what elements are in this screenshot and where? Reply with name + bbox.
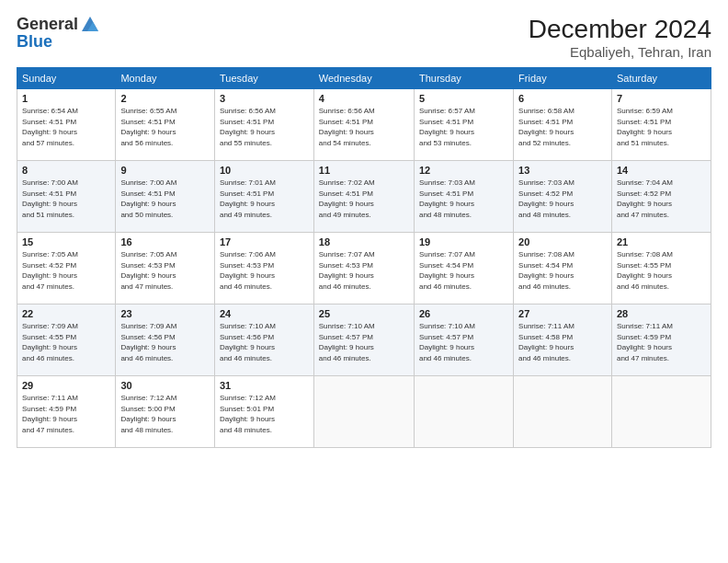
- table-row: [313, 376, 414, 448]
- table-row: 27Sunrise: 7:11 AM Sunset: 4:58 PM Dayli…: [514, 304, 612, 376]
- table-row: 3Sunrise: 6:56 AM Sunset: 4:51 PM Daylig…: [214, 89, 313, 161]
- day-info: Sunrise: 6:54 AM Sunset: 4:51 PM Dayligh…: [22, 106, 110, 148]
- col-friday: Friday: [514, 68, 612, 89]
- table-row: 13Sunrise: 7:03 AM Sunset: 4:52 PM Dayli…: [514, 161, 612, 233]
- day-info: Sunrise: 6:56 AM Sunset: 4:51 PM Dayligh…: [319, 106, 409, 148]
- table-row: 11Sunrise: 7:02 AM Sunset: 4:51 PM Dayli…: [313, 161, 414, 233]
- table-row: 29Sunrise: 7:11 AM Sunset: 4:59 PM Dayli…: [17, 376, 116, 448]
- title-block: December 2024 Eqbaliyeh, Tehran, Iran: [529, 15, 711, 60]
- day-number: 7: [617, 93, 706, 104]
- table-row: 6Sunrise: 6:58 AM Sunset: 4:51 PM Daylig…: [514, 89, 612, 161]
- day-info: Sunrise: 7:03 AM Sunset: 4:51 PM Dayligh…: [419, 178, 508, 220]
- location-title: Eqbaliyeh, Tehran, Iran: [529, 44, 711, 60]
- table-row: [611, 376, 711, 448]
- day-number: 20: [518, 236, 607, 247]
- table-row: 23Sunrise: 7:09 AM Sunset: 4:56 PM Dayli…: [116, 304, 215, 376]
- day-info: Sunrise: 7:01 AM Sunset: 4:51 PM Dayligh…: [220, 178, 309, 220]
- day-info: Sunrise: 7:11 AM Sunset: 4:58 PM Dayligh…: [518, 321, 607, 363]
- calendar-table: Sunday Monday Tuesday Wednesday Thursday…: [17, 67, 711, 448]
- day-number: 26: [419, 308, 508, 319]
- table-row: 1Sunrise: 6:54 AM Sunset: 4:51 PM Daylig…: [17, 89, 116, 161]
- day-info: Sunrise: 7:07 AM Sunset: 4:53 PM Dayligh…: [319, 249, 409, 292]
- table-row: 14Sunrise: 7:04 AM Sunset: 4:52 PM Dayli…: [611, 161, 711, 233]
- day-number: 30: [120, 380, 210, 391]
- col-wednesday: Wednesday: [313, 68, 414, 89]
- day-info: Sunrise: 7:00 AM Sunset: 4:51 PM Dayligh…: [22, 178, 110, 220]
- day-info: Sunrise: 7:02 AM Sunset: 4:51 PM Dayligh…: [319, 178, 409, 220]
- col-sunday: Sunday: [17, 68, 116, 89]
- table-row: 20Sunrise: 7:08 AM Sunset: 4:54 PM Dayli…: [514, 233, 612, 304]
- day-number: 29: [22, 380, 110, 391]
- day-info: Sunrise: 7:09 AM Sunset: 4:56 PM Dayligh…: [120, 321, 210, 363]
- table-row: 8Sunrise: 7:00 AM Sunset: 4:51 PM Daylig…: [17, 161, 116, 233]
- table-row: 9Sunrise: 7:00 AM Sunset: 4:51 PM Daylig…: [116, 161, 215, 233]
- day-number: 19: [419, 236, 508, 247]
- day-info: Sunrise: 7:09 AM Sunset: 4:55 PM Dayligh…: [22, 321, 110, 363]
- day-info: Sunrise: 7:06 AM Sunset: 4:53 PM Dayligh…: [220, 249, 309, 292]
- table-row: 24Sunrise: 7:10 AM Sunset: 4:56 PM Dayli…: [214, 304, 313, 376]
- day-info: Sunrise: 6:57 AM Sunset: 4:51 PM Dayligh…: [419, 106, 508, 148]
- day-number: 16: [120, 236, 210, 247]
- day-number: 31: [220, 380, 309, 391]
- day-info: Sunrise: 7:11 AM Sunset: 4:59 PM Dayligh…: [617, 321, 706, 363]
- day-number: 10: [220, 165, 309, 176]
- logo-blue-text: Blue: [17, 33, 52, 52]
- table-row: 22Sunrise: 7:09 AM Sunset: 4:55 PM Dayli…: [17, 304, 116, 376]
- table-row: 4Sunrise: 6:56 AM Sunset: 4:51 PM Daylig…: [313, 89, 414, 161]
- table-row: [414, 376, 513, 448]
- calendar-week-row: 22Sunrise: 7:09 AM Sunset: 4:55 PM Dayli…: [17, 304, 711, 376]
- day-info: Sunrise: 7:07 AM Sunset: 4:54 PM Dayligh…: [419, 249, 508, 292]
- calendar-week-row: 29Sunrise: 7:11 AM Sunset: 4:59 PM Dayli…: [17, 376, 711, 448]
- day-info: Sunrise: 7:00 AM Sunset: 4:51 PM Dayligh…: [120, 178, 210, 220]
- day-info: Sunrise: 7:05 AM Sunset: 4:52 PM Dayligh…: [22, 249, 110, 292]
- header-row: Sunday Monday Tuesday Wednesday Thursday…: [17, 68, 711, 89]
- day-info: Sunrise: 6:55 AM Sunset: 4:51 PM Dayligh…: [120, 106, 210, 148]
- table-row: 7Sunrise: 6:59 AM Sunset: 4:51 PM Daylig…: [611, 89, 711, 161]
- day-info: Sunrise: 7:10 AM Sunset: 4:57 PM Dayligh…: [319, 321, 409, 363]
- day-info: Sunrise: 7:12 AM Sunset: 5:01 PM Dayligh…: [220, 393, 309, 435]
- day-number: 28: [617, 308, 706, 319]
- day-number: 6: [518, 93, 607, 104]
- day-number: 23: [120, 308, 210, 319]
- day-number: 1: [22, 93, 110, 104]
- table-row: 17Sunrise: 7:06 AM Sunset: 4:53 PM Dayli…: [214, 233, 313, 304]
- table-row: 19Sunrise: 7:07 AM Sunset: 4:54 PM Dayli…: [414, 233, 513, 304]
- day-number: 8: [22, 165, 110, 176]
- table-row: 18Sunrise: 7:07 AM Sunset: 4:53 PM Dayli…: [313, 233, 414, 304]
- day-info: Sunrise: 7:04 AM Sunset: 4:52 PM Dayligh…: [617, 178, 706, 220]
- col-tuesday: Tuesday: [214, 68, 313, 89]
- page: General Blue December 2024 Eqbaliyeh, Te…: [0, 0, 728, 563]
- day-info: Sunrise: 7:12 AM Sunset: 5:00 PM Dayligh…: [120, 393, 210, 435]
- table-row: 21Sunrise: 7:08 AM Sunset: 4:55 PM Dayli…: [611, 233, 711, 304]
- logo-general-text: General: [17, 16, 78, 34]
- logo: General Blue: [17, 15, 100, 52]
- table-row: 28Sunrise: 7:11 AM Sunset: 4:59 PM Dayli…: [611, 304, 711, 376]
- table-row: 26Sunrise: 7:10 AM Sunset: 4:57 PM Dayli…: [414, 304, 513, 376]
- day-number: 11: [319, 165, 409, 176]
- table-row: [514, 376, 612, 448]
- col-thursday: Thursday: [414, 68, 513, 89]
- table-row: 5Sunrise: 6:57 AM Sunset: 4:51 PM Daylig…: [414, 89, 513, 161]
- table-row: 10Sunrise: 7:01 AM Sunset: 4:51 PM Dayli…: [214, 161, 313, 233]
- day-number: 21: [617, 236, 706, 247]
- calendar-week-row: 1Sunrise: 6:54 AM Sunset: 4:51 PM Daylig…: [17, 89, 711, 161]
- day-number: 17: [220, 236, 309, 247]
- day-number: 27: [518, 308, 607, 319]
- day-number: 13: [518, 165, 607, 176]
- day-info: Sunrise: 7:05 AM Sunset: 4:53 PM Dayligh…: [120, 249, 210, 292]
- month-title: December 2024: [529, 15, 711, 44]
- day-number: 4: [319, 93, 409, 104]
- day-number: 18: [319, 236, 409, 247]
- day-number: 9: [120, 165, 210, 176]
- calendar-week-row: 15Sunrise: 7:05 AM Sunset: 4:52 PM Dayli…: [17, 233, 711, 304]
- table-row: 15Sunrise: 7:05 AM Sunset: 4:52 PM Dayli…: [17, 233, 116, 304]
- day-number: 25: [319, 308, 409, 319]
- day-number: 15: [22, 236, 110, 247]
- day-number: 22: [22, 308, 110, 319]
- day-number: 24: [220, 308, 309, 319]
- calendar-week-row: 8Sunrise: 7:00 AM Sunset: 4:51 PM Daylig…: [17, 161, 711, 233]
- header: General Blue December 2024 Eqbaliyeh, Te…: [17, 15, 711, 60]
- day-info: Sunrise: 6:59 AM Sunset: 4:51 PM Dayligh…: [617, 106, 706, 148]
- day-info: Sunrise: 7:08 AM Sunset: 4:55 PM Dayligh…: [617, 249, 706, 292]
- table-row: 25Sunrise: 7:10 AM Sunset: 4:57 PM Dayli…: [313, 304, 414, 376]
